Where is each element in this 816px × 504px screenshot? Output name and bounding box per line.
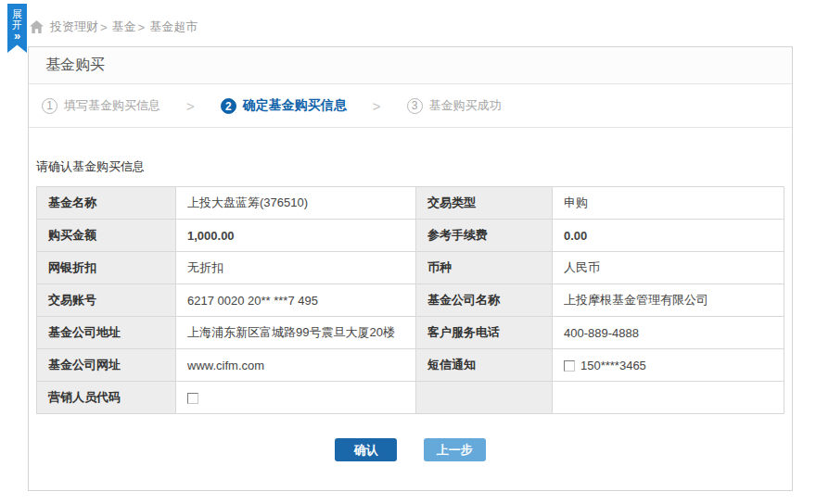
marketing-code-label: 营销人员代码 xyxy=(37,382,176,414)
step-3-number: 3 xyxy=(407,98,423,114)
step-1-number: 1 xyxy=(42,98,57,114)
trade-account-value: 6217 0020 20** ***7 495 xyxy=(176,284,416,317)
confirm-button[interactable]: 确认 xyxy=(335,438,397,461)
step-2-number: 2 xyxy=(221,98,236,114)
fee-value: 0.00 xyxy=(553,220,784,252)
fund-company-website-label: 基金公司网址 xyxy=(37,349,176,382)
previous-step-button[interactable]: 上一步 xyxy=(424,438,486,461)
service-phone-label: 客户服务电话 xyxy=(416,317,553,349)
currency-label: 币种 xyxy=(416,252,553,284)
step-2-confirm-info: 2 确定基金购买信息 xyxy=(221,97,347,114)
sms-notify-phone: 150****3465 xyxy=(580,359,646,372)
fund-purchase-panel: 基金购买 1 填写基金购买信息 > 2 确定基金购买信息 > 3 基金购买成功 … xyxy=(28,46,793,491)
expand-ribbon-tab[interactable]: 展 开 » xyxy=(7,4,27,53)
page-title: 基金购买 xyxy=(45,56,105,75)
home-icon[interactable] xyxy=(30,20,44,33)
empty-value-cell xyxy=(553,382,784,414)
table-row: 基金公司网址 www.cifm.com 短信通知 150****3465 xyxy=(37,349,784,382)
step-indicator: 1 填写基金购买信息 > 2 确定基金购买信息 > 3 基金购买成功 xyxy=(29,84,792,128)
table-row: 购买金额 1,000.00 参考手续费 0.00 xyxy=(37,220,784,252)
fund-purchase-info-table: 基金名称 上投大盘蓝筹(376510) 交易类型 申购 购买金额 1,000.0… xyxy=(36,186,784,414)
fund-company-name-value: 上投摩根基金管理有限公司 xyxy=(553,284,784,317)
breadcrumb-item-fund[interactable]: 基金 xyxy=(112,19,136,35)
service-phone-value: 400-889-4888 xyxy=(553,317,784,349)
table-row: 交易账号 6217 0020 20** ***7 495 基金公司名称 上投摩根… xyxy=(37,284,784,317)
expand-label-char: 展 xyxy=(7,8,27,19)
fee-label: 参考手续费 xyxy=(416,220,553,252)
action-buttons: 确认 上一步 xyxy=(36,438,784,461)
breadcrumb-item-invest[interactable]: 投资理财 xyxy=(50,19,98,35)
marketing-code-cell xyxy=(176,382,416,414)
fund-company-address-value: 上海浦东新区富城路99号震旦大厦20楼 xyxy=(176,317,416,349)
fund-company-address-label: 基金公司地址 xyxy=(37,317,176,349)
double-chevron-right-icon: » xyxy=(7,31,27,42)
sms-notify-checkbox[interactable] xyxy=(564,360,575,372)
step-3-success: 3 基金购买成功 xyxy=(407,97,502,114)
breadcrumb: 投资理财 > 基金 > 基金超市 xyxy=(30,19,198,35)
fund-company-website-value: www.cifm.com xyxy=(176,349,416,382)
breadcrumb-separator: > xyxy=(100,20,108,34)
table-row: 营销人员代码 xyxy=(37,382,784,414)
fund-name-label: 基金名称 xyxy=(37,187,176,220)
ebank-discount-value: 无折扣 xyxy=(176,252,416,284)
empty-label-cell xyxy=(416,382,553,414)
breadcrumb-separator: > xyxy=(138,20,146,34)
trade-type-value: 申购 xyxy=(553,187,784,220)
step-2-label: 确定基金购买信息 xyxy=(243,97,347,114)
fund-company-name-label: 基金公司名称 xyxy=(416,284,553,317)
step-1-fill-info: 1 填写基金购买信息 xyxy=(42,97,160,114)
confirm-heading: 请确认基金购买信息 xyxy=(36,158,784,175)
sms-notify-cell: 150****3465 xyxy=(553,349,784,382)
confirm-section: 请确认基金购买信息 基金名称 上投大盘蓝筹(376510) 交易类型 申购 购买… xyxy=(29,158,792,461)
step-separator-chevron: > xyxy=(186,98,195,114)
trade-type-label: 交易类型 xyxy=(416,187,553,220)
step-3-label: 基金购买成功 xyxy=(429,97,502,114)
trade-account-label: 交易账号 xyxy=(37,284,176,317)
step-separator-chevron: > xyxy=(373,98,381,114)
purchase-amount-label: 购买金额 xyxy=(37,220,176,252)
panel-header: 基金购买 xyxy=(29,47,792,84)
currency-value: 人民币 xyxy=(553,252,784,284)
table-row: 基金名称 上投大盘蓝筹(376510) 交易类型 申购 xyxy=(37,187,784,220)
ebank-discount-label: 网银折扣 xyxy=(37,252,176,284)
table-row: 网银折扣 无折扣 币种 人民币 xyxy=(37,252,784,284)
table-row: 基金公司地址 上海浦东新区富城路99号震旦大厦20楼 客户服务电话 400-88… xyxy=(37,317,784,349)
purchase-amount-value: 1,000.00 xyxy=(176,220,416,252)
marketing-code-checkbox[interactable] xyxy=(187,393,198,404)
step-1-label: 填写基金购买信息 xyxy=(64,97,160,114)
sms-notify-label: 短信通知 xyxy=(416,349,553,382)
breadcrumb-item-fund-market[interactable]: 基金超市 xyxy=(149,19,198,35)
fund-name-value: 上投大盘蓝筹(376510) xyxy=(176,187,416,220)
